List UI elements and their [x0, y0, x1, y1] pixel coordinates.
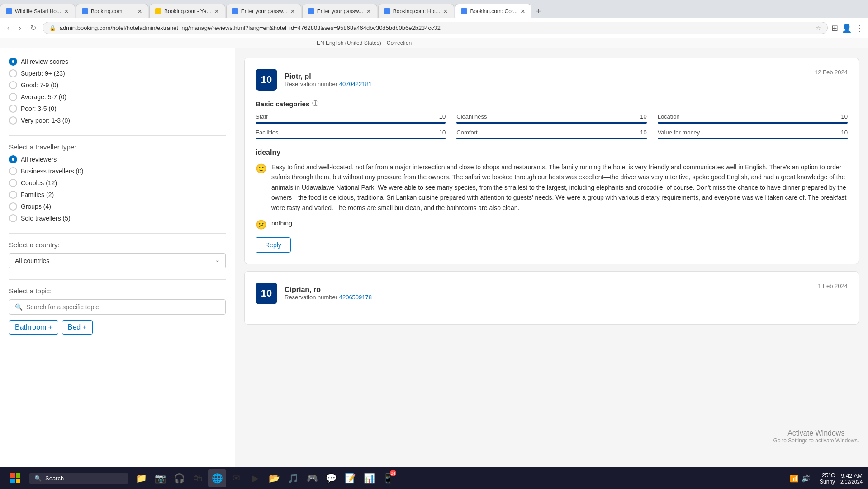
radio-solo[interactable]: Solo travellers (5) [9, 214, 226, 222]
taskbar-icon-chat[interactable]: 💬 [322, 469, 340, 487]
radio-all-reviewers[interactable]: All reviewers [9, 155, 226, 163]
radio-groups[interactable]: Groups (4) [9, 202, 226, 211]
progress-fill-cleanliness [456, 122, 646, 124]
traveller-type-section: Select a traveller type: All reviewers B… [9, 143, 226, 222]
progress-fill-staff [256, 122, 446, 124]
taskbar-icon-camera[interactable]: 📷 [151, 469, 169, 487]
radio-label-families: Families (2) [21, 191, 54, 198]
tab-close-pass1[interactable]: ✕ [290, 8, 295, 15]
taskbar-icon-files[interactable]: 📁 [132, 469, 150, 487]
nav-icons: ⊞ 👤 ⋮ [831, 23, 863, 33]
taskbar-icon-music[interactable]: 🎵 [284, 469, 302, 487]
radio-families[interactable]: Families (2) [9, 191, 226, 199]
wifi-icon[interactable]: 📶 [790, 474, 799, 483]
category-comfort-score: 10 [640, 129, 646, 136]
tab-wildlife[interactable]: Wildlife Safari Ho... ✕ [0, 4, 75, 18]
forward-button[interactable]: › [16, 22, 24, 34]
radio-good[interactable]: Good: 7-9 (0) [9, 81, 226, 89]
review-date-1: 12 Feb 2024 [815, 69, 848, 76]
tab-icon-yahoo [155, 8, 161, 14]
reservation-link-1[interactable]: 4070422181 [339, 81, 372, 87]
radio-all-scores[interactable]: All review scores [9, 58, 226, 66]
tab-hotel[interactable]: Booking.com: Hot... ✕ [378, 4, 455, 18]
topic-search-input[interactable] [26, 303, 220, 311]
radio-circle-all-scores [9, 58, 17, 66]
reload-button[interactable]: ↻ [28, 22, 39, 34]
basic-categories-1: Basic categories ⓘ Staff 10 [256, 100, 848, 139]
category-location-row: Location 10 [658, 113, 848, 120]
tab-close-wildlife[interactable]: ✕ [64, 8, 69, 15]
radio-circle-solo [9, 214, 17, 222]
taskbar-icon-folder2[interactable]: 📂 [265, 469, 283, 487]
tab-label-yahoo: Booking.com - Ya... [164, 8, 211, 14]
radio-circle-superb [9, 69, 17, 77]
radio-poor[interactable]: Poor: 3-5 (0) [9, 105, 226, 113]
progress-bg-comfort [456, 138, 646, 139]
taskbar-icon-headphones[interactable]: 🎧 [170, 469, 188, 487]
radio-average[interactable]: Average: 5-7 (0) [9, 93, 226, 101]
taskbar-icon-notes[interactable]: 📝 [341, 469, 359, 487]
profile-icon[interactable]: 👤 [842, 23, 852, 33]
svg-rect-0 [10, 473, 15, 478]
info-icon-1[interactable]: ⓘ [312, 100, 318, 108]
tab-icon-hotel [384, 8, 390, 14]
review-title-1: idealny [256, 149, 848, 157]
progress-fill-comfort [456, 138, 646, 139]
radio-circle-verypoor [9, 116, 17, 125]
reviewer-info-2: 10 Ciprian, ro Reservation number 420650… [256, 283, 372, 304]
category-facilities-score: 10 [439, 129, 446, 136]
radio-business[interactable]: Business travellers (0) [9, 167, 226, 175]
tab-close-booking1[interactable]: ✕ [137, 8, 142, 15]
taskbar-icon-mail[interactable]: ✉ [227, 469, 245, 487]
topic-tag-bed-label: Bed [68, 323, 81, 331]
taskbar-icon-excel[interactable]: 📊 [360, 469, 378, 487]
taskbar-icon-store[interactable]: 🛍 [189, 469, 207, 487]
start-button[interactable] [5, 470, 25, 486]
reservation-link-2[interactable]: 4206509178 [339, 294, 372, 301]
topic-search-box[interactable]: 🔍 [9, 299, 226, 315]
category-staff-row: Staff 10 [256, 113, 446, 120]
topic-tag-bed[interactable]: Bed + [62, 320, 93, 335]
taskbar-time: 9:42 AM [840, 472, 863, 479]
tab-pass1[interactable]: Enter your passw... ✕ [226, 4, 301, 18]
taskbar-icon-game[interactable]: 🎮 [303, 469, 321, 487]
tab-booking1[interactable]: Booking.com ✕ [76, 4, 148, 18]
reply-button-1[interactable]: Reply [256, 237, 291, 253]
category-comfort: Comfort 10 [456, 129, 646, 139]
progress-bg-facilities [256, 138, 446, 139]
radio-label-verypoor: Very poor: 1-3 (0) [21, 117, 70, 124]
tab-cor[interactable]: Booking.com: Cor... ✕ [455, 4, 531, 18]
tab-label-pass2: Enter your passw... [317, 8, 363, 14]
tab-pass2[interactable]: Enter your passw... ✕ [302, 4, 377, 18]
tab-close-pass2[interactable]: ✕ [366, 8, 371, 15]
back-button[interactable]: ‹ [5, 22, 12, 34]
address-bar[interactable]: 🔒 admin.booking.com/hotel/hoteladmin/ext… [43, 22, 828, 34]
taskbar-icon-browser[interactable]: 🌐 [208, 469, 226, 487]
radio-superb[interactable]: Superb: 9+ (23) [9, 69, 226, 77]
bookmark-icon[interactable]: ☆ [816, 24, 821, 31]
tab-close-hotel[interactable]: ✕ [443, 8, 448, 15]
radio-circle-couples [9, 179, 17, 187]
reviewer-name-1: Piotr, pl [285, 72, 372, 81]
taskbar-icon-media[interactable]: ▶ [246, 469, 264, 487]
taskbar-search-box[interactable]: 🔍 Search [29, 473, 128, 484]
country-select[interactable]: All countries [9, 253, 226, 268]
topic-tag-bathroom[interactable]: Bathroom + [9, 320, 58, 335]
tab-yahoo[interactable]: Booking.com - Ya... ✕ [149, 4, 225, 18]
extensions-icon[interactable]: ⊞ [831, 23, 838, 33]
volume-icon[interactable]: 🔊 [802, 474, 811, 483]
radio-couples[interactable]: Couples (12) [9, 179, 226, 187]
radio-verypoor[interactable]: Very poor: 1-3 (0) [9, 116, 226, 125]
category-value-row: Value for money 10 [658, 129, 848, 136]
weather-info: 25°C Sunny [820, 472, 835, 485]
taskbar-date: 2/12/2024 [840, 479, 863, 484]
radio-circle-families [9, 191, 17, 199]
menu-icon[interactable]: ⋮ [855, 23, 863, 33]
correction-label: Correction [387, 40, 412, 46]
tab-label-hotel: Booking.com: Hot... [393, 8, 441, 14]
new-tab-button[interactable]: + [532, 5, 545, 18]
tab-close-yahoo[interactable]: ✕ [214, 8, 219, 15]
language-label: EN English (United States) [317, 40, 381, 46]
taskbar-icon-whatsapp[interactable]: 📱 24 [379, 469, 397, 487]
tab-close-cor[interactable]: ✕ [520, 8, 526, 15]
